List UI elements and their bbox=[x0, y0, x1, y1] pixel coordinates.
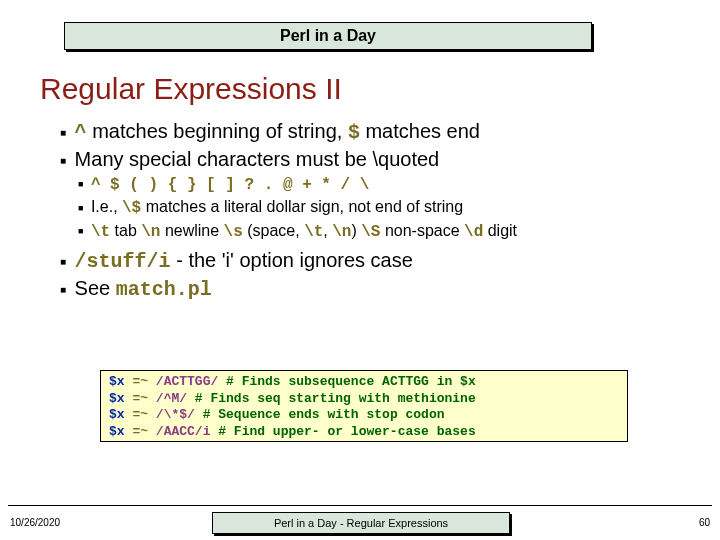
code-comment: # Finds seq starting with methionine bbox=[187, 391, 476, 406]
bullet-1: ■ ^ matches beginning of string, $ match… bbox=[60, 118, 696, 146]
footer-center-box: Perl in a Day - Regular Expressions bbox=[212, 512, 510, 534]
code-tab2: \t bbox=[304, 223, 323, 241]
text: I.e., bbox=[91, 198, 122, 215]
slide-content: ■ ^ matches beginning of string, $ match… bbox=[56, 118, 696, 303]
code-comment: # Find upper- or lower-case bases bbox=[210, 424, 475, 439]
code-dollar: $ bbox=[348, 121, 360, 144]
bullet-3: ■ /stuff/i - the 'i' option ignores case bbox=[60, 247, 696, 275]
bullet-dot-icon: ■ bbox=[78, 226, 83, 236]
header-bar: Perl in a Day bbox=[64, 22, 592, 50]
bullet-dot-icon: ■ bbox=[60, 127, 66, 138]
text: digit bbox=[483, 222, 517, 239]
code-newline2: \n bbox=[332, 223, 351, 241]
code-special-chars: ^ $ ( ) { } [ ] ? . @ + * / \ bbox=[91, 176, 369, 194]
footer-page-number: 60 bbox=[699, 517, 710, 528]
header-title: Perl in a Day bbox=[280, 27, 376, 45]
text: tab bbox=[110, 222, 141, 239]
bullet-2: ■ Many special characters must be \quote… bbox=[60, 146, 696, 173]
text: non-space bbox=[380, 222, 464, 239]
code-op: =~ bbox=[125, 407, 156, 422]
footer-center-text: Perl in a Day - Regular Expressions bbox=[274, 517, 448, 529]
code-example-box: $x =~ /ACTTGG/ # Finds subsequence ACTTG… bbox=[100, 370, 628, 442]
bullet-4: ■ See match.pl bbox=[60, 275, 696, 303]
bullet-2a: ■ ^ $ ( ) { } [ ] ? . @ + * / \ bbox=[78, 173, 696, 196]
code-escape-dollar: \$ bbox=[122, 199, 141, 217]
code-var: $x bbox=[109, 391, 125, 406]
text: ) bbox=[351, 222, 361, 239]
text: matches beginning of string, bbox=[87, 120, 348, 142]
bullet-dot-icon: ■ bbox=[60, 284, 66, 295]
footer-date: 10/26/2020 bbox=[10, 517, 60, 528]
code-var: $x bbox=[109, 424, 125, 439]
code-caret: ^ bbox=[75, 121, 87, 144]
footer-divider bbox=[8, 505, 712, 506]
code-digit: \d bbox=[464, 223, 483, 241]
code-space: \s bbox=[224, 223, 243, 241]
code-match-pl: match.pl bbox=[116, 278, 212, 301]
code-op: =~ bbox=[125, 374, 156, 389]
bullet-dot-icon: ■ bbox=[60, 155, 66, 166]
code-nonspace: \S bbox=[361, 223, 380, 241]
text: newline bbox=[160, 222, 223, 239]
code-stuff-i: /stuff/i bbox=[75, 250, 171, 273]
text: matches a literal dollar sign, not end o… bbox=[141, 198, 463, 215]
bullet-dot-icon: ■ bbox=[78, 203, 83, 213]
slide-title: Regular Expressions II bbox=[40, 72, 342, 106]
code-var: $x bbox=[109, 407, 125, 422]
text: - the 'i' option ignores case bbox=[171, 249, 413, 271]
code-newline: \n bbox=[141, 223, 160, 241]
text: , bbox=[323, 222, 332, 239]
code-pattern: /^M/ bbox=[156, 391, 187, 406]
bullet-2c: ■ \t tab \n newline \s (space, \t, \n) \… bbox=[78, 220, 696, 243]
bullet-2b: ■ I.e., \$ matches a literal dollar sign… bbox=[78, 196, 696, 219]
code-comment: # Sequence ends with stop codon bbox=[195, 407, 445, 422]
code-op: =~ bbox=[125, 391, 156, 406]
text: See bbox=[75, 277, 116, 299]
bullet-dot-icon: ■ bbox=[78, 179, 83, 189]
code-op: =~ bbox=[125, 424, 156, 439]
text: matches end bbox=[360, 120, 480, 142]
code-pattern: /AACC/i bbox=[156, 424, 211, 439]
text: (space, bbox=[243, 222, 304, 239]
code-pattern: /\*$/ bbox=[156, 407, 195, 422]
code-pattern: /ACTTGG/ bbox=[156, 374, 218, 389]
code-tab: \t bbox=[91, 223, 110, 241]
code-comment: # Finds subsequence ACTTGG in $x bbox=[218, 374, 475, 389]
code-var: $x bbox=[109, 374, 125, 389]
bullet-dot-icon: ■ bbox=[60, 256, 66, 267]
text: Many special characters must be \quoted bbox=[75, 148, 440, 170]
